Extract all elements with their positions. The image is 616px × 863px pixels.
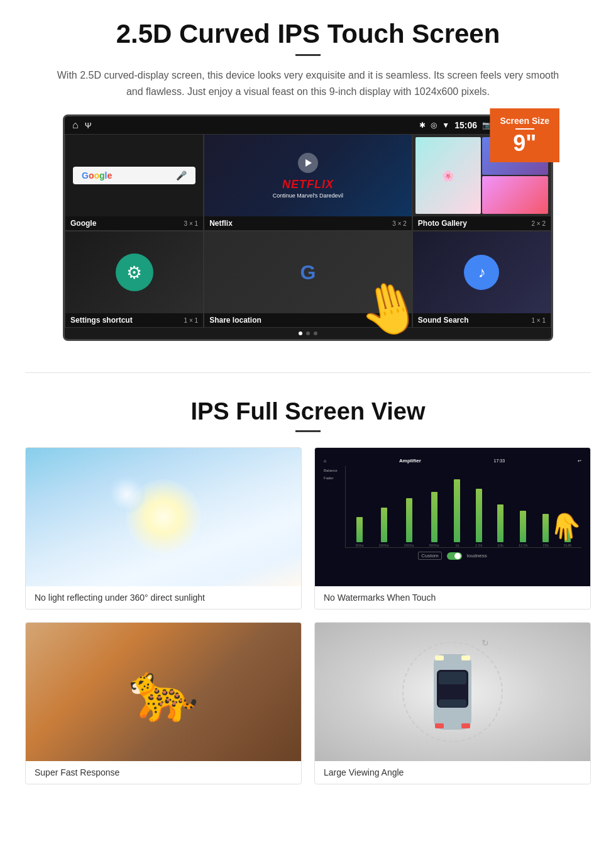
status-bar: ⌂ Ψ ✱ ◎ ▼ 15:06 📷 🔊 ✕ □ ↩: [65, 116, 551, 134]
cheetah-caption: Super Fast Response: [26, 761, 301, 784]
eq-label-4: 500hz: [429, 543, 439, 547]
features-grid: No light reflecting under 360° direct su…: [25, 447, 591, 784]
photos-app-name: Photo Gallery: [418, 219, 467, 228]
eq-bar-9: [542, 514, 549, 542]
badge-line: [515, 128, 534, 130]
badge-title: Screen Size: [500, 116, 549, 126]
dot-2: [306, 331, 310, 335]
eq-label-1: 60hz: [356, 543, 364, 547]
app-cell-netflix[interactable]: NETFLIX Continue Marvel's Daredevil Netf…: [204, 134, 412, 231]
eq-custom-label: Custom: [418, 552, 442, 560]
netflix-app-name: Netflix: [209, 219, 233, 228]
section-divider: [25, 372, 591, 373]
netflix-subtitle: Continue Marvel's Daredevil: [273, 192, 343, 199]
google-app-size: 3 × 1: [184, 220, 199, 227]
usb-icon: Ψ: [85, 121, 92, 130]
eq-loudness-label: loudness: [467, 553, 487, 559]
sound-app-size: 1 × 1: [531, 317, 546, 324]
eq-title-text: Amplifier: [399, 458, 421, 464]
home-icon: ⌂: [72, 120, 79, 131]
car-caption: Large Viewing Angle: [315, 761, 590, 784]
eq-hand-icon: 🖐: [550, 512, 581, 542]
netflix-app-size: 3 × 2: [392, 220, 407, 227]
play-triangle: [305, 159, 312, 167]
cheetah-image: 🐆: [26, 623, 301, 761]
screen-size-badge: Screen Size 9": [490, 108, 559, 162]
equalizer-image: ⌂ Amplifier 17:33 ↩ Balance Fader: [315, 448, 590, 586]
eq-bar-5: [454, 479, 460, 542]
google-logo: Google: [82, 170, 112, 181]
settings-app-name: Settings shortcut: [70, 316, 133, 325]
equalizer-caption: No Watermarks When Touch: [315, 586, 590, 609]
bluetooth-icon: ✱: [419, 121, 426, 130]
eq-back-icon: ↩: [578, 459, 581, 464]
google-label-row: Google 3 × 1: [65, 216, 203, 230]
eq-label-7: 10k: [497, 543, 503, 547]
eq-label-3: 200hz: [404, 543, 414, 547]
eq-bar-2: [381, 508, 387, 542]
photo-thumb2: [482, 176, 548, 214]
eq-time: 17:33: [494, 459, 505, 463]
eq-bar-6: [476, 489, 482, 542]
eq-toggle: [447, 552, 462, 560]
feature-card-equalizer: ⌂ Amplifier 17:33 ↩ Balance Fader: [314, 447, 591, 610]
section-ips-fullscreen: IPS Full Screen View No light reflecting…: [0, 392, 616, 803]
dot-1: [299, 331, 302, 335]
settings-app-size: 1 × 1: [184, 317, 199, 324]
eq-bar-4: [431, 492, 437, 542]
car-rotation-circle: ↻: [402, 642, 503, 742]
feature-card-sunlight: No light reflecting under 360° direct su…: [25, 447, 302, 610]
device-mockup: Screen Size 9" ⌂ Ψ ✱ ◎ ▼ 15:06 📷: [63, 114, 553, 341]
app-cell-sound[interactable]: ♪ Sound Search 1 × 1: [412, 231, 551, 328]
eq-balance-label: Balance: [324, 469, 343, 472]
app-grid-row2: ⚙ Settings shortcut 1 × 1 G 🤚 Sh: [65, 231, 551, 328]
sunlight-image: [26, 448, 301, 586]
dot-3: [314, 331, 317, 335]
feature-card-cheetah: 🐆 Super Fast Response: [25, 622, 302, 784]
eq-bar-3: [406, 498, 412, 542]
share-app-name: Share location: [209, 316, 261, 325]
dot-indicators: [65, 328, 551, 339]
feature-card-car: ↻: [314, 622, 591, 784]
app-cell-settings[interactable]: ⚙ Settings shortcut 1 × 1: [65, 231, 204, 328]
title-underline: [295, 54, 321, 56]
eq-fader-label: Fader: [324, 476, 343, 480]
car-image: ↻: [315, 623, 590, 761]
eq-label-2: 100hz: [378, 543, 388, 547]
eq-label-6: 2.5k: [475, 543, 482, 547]
photos-app-size: 2 × 2: [531, 220, 546, 227]
section-curved-screen: 2.5D Curved IPS Touch Screen With 2.5D c…: [0, 0, 616, 354]
play-button[interactable]: [298, 153, 318, 173]
device-screen: ⌂ Ψ ✱ ◎ ▼ 15:06 📷 🔊 ✕ □ ↩: [63, 114, 553, 341]
netflix-label-row: Netflix 3 × 2: [204, 216, 412, 230]
mic-icon: 🎤: [176, 170, 187, 181]
eq-bar-8: [520, 511, 526, 542]
badge-size: 9": [500, 132, 549, 155]
section1-title: 2.5D Curved IPS Touch Screen: [38, 19, 578, 49]
eq-bar-1: [356, 517, 363, 542]
wifi-icon: ▼: [442, 121, 449, 130]
eq-label-10: SUB: [564, 543, 571, 547]
app-cell-share[interactable]: G 🤚 Share location 1 × 1: [204, 231, 412, 328]
eq-bar-7: [497, 504, 503, 542]
status-left: ⌂ Ψ: [72, 120, 92, 131]
netflix-logo: NETFLIX: [282, 178, 334, 191]
cheetah-emoji: 🐆: [128, 659, 199, 725]
sunlight-caption: No light reflecting under 360° direct su…: [26, 586, 301, 609]
section2-underline: [295, 430, 321, 432]
settings-label-row: Settings shortcut 1 × 1: [65, 313, 203, 327]
sound-search-icon: ♪: [464, 255, 499, 290]
photos-label-row: Photo Gallery 2 × 2: [413, 216, 551, 230]
app-cell-google[interactable]: Google 🎤 Google 3 × 1: [65, 134, 204, 231]
eq-label-5: 1k: [455, 543, 459, 547]
section2-title: IPS Full Screen View: [25, 398, 591, 425]
location-icon: ◎: [431, 121, 437, 130]
google-app-name: Google: [70, 219, 96, 228]
eq-label-8: 12.5k: [519, 543, 528, 547]
sound-label-row: Sound Search 1 × 1: [413, 313, 551, 327]
eq-label-9: 15k: [542, 543, 549, 547]
google-g-icon: G: [300, 261, 316, 284]
section1-description: With 2.5D curved-display screen, this de…: [50, 67, 566, 99]
photo-main: 🌸: [415, 137, 481, 214]
status-time: 15:06: [454, 120, 477, 130]
